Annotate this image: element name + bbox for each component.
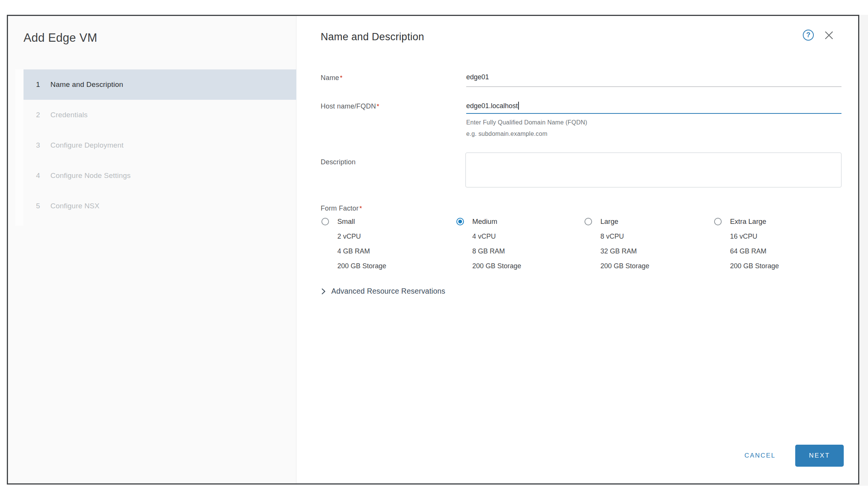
step-label: Configure NSX bbox=[50, 202, 99, 210]
radio-icon-unselected[interactable] bbox=[714, 218, 722, 225]
cancel-button[interactable]: CANCEL bbox=[735, 448, 785, 463]
step-number: 5 bbox=[36, 202, 50, 210]
radio-option-large[interactable]: Large bbox=[584, 216, 713, 227]
page-title: Name and Description bbox=[321, 31, 424, 43]
advanced-resource-reservations-label: Advanced Resource Reservations bbox=[331, 287, 445, 296]
name-input[interactable]: edge01 bbox=[466, 73, 489, 81]
spec-ram: 4 GB RAM bbox=[337, 244, 450, 259]
spec-vcpu: 8 vCPU bbox=[600, 229, 713, 244]
radio-icon-selected[interactable] bbox=[456, 218, 464, 225]
help-icon[interactable]: ? bbox=[803, 30, 814, 41]
radio-icon-unselected[interactable] bbox=[584, 218, 592, 225]
step-name-and-description[interactable]: 1 Name and Description bbox=[24, 69, 296, 100]
radio-icon-unselected[interactable] bbox=[321, 218, 329, 225]
name-label-text: Name bbox=[321, 74, 339, 82]
radio-option-small[interactable]: Small bbox=[321, 216, 450, 227]
hostname-label-text: Host name/FQDN bbox=[321, 102, 376, 110]
page-background: Add Edge VM 1 Name and Description 2 Cre… bbox=[0, 0, 868, 494]
form-factor-label-text: Form Factor bbox=[321, 205, 359, 212]
step-number: 1 bbox=[36, 80, 50, 89]
option-specs: 2 vCPU 4 GB RAM 200 GB Storage bbox=[337, 229, 450, 274]
radio-label: Medium bbox=[472, 217, 497, 226]
form-factor-option-small: Small 2 vCPU 4 GB RAM 200 GB Storage bbox=[321, 216, 450, 274]
spec-storage: 200 GB Storage bbox=[337, 259, 450, 274]
step-number: 2 bbox=[36, 111, 50, 119]
radio-option-medium[interactable]: Medium bbox=[456, 216, 585, 227]
required-asterisk: * bbox=[359, 205, 362, 212]
step-number: 4 bbox=[36, 171, 50, 180]
step-label: Name and Description bbox=[50, 80, 123, 89]
add-edge-vm-dialog: Add Edge VM 1 Name and Description 2 Cre… bbox=[7, 15, 859, 485]
step-number: 3 bbox=[36, 141, 50, 149]
hostname-input[interactable]: edge01.localhost bbox=[466, 102, 519, 110]
spec-storage: 200 GB Storage bbox=[472, 259, 585, 274]
spec-vcpu: 16 vCPU bbox=[730, 229, 843, 244]
option-specs: 8 vCPU 32 GB RAM 200 GB Storage bbox=[600, 229, 713, 274]
required-asterisk: * bbox=[377, 103, 379, 110]
radio-label: Extra Large bbox=[730, 217, 766, 226]
required-asterisk: * bbox=[340, 74, 343, 82]
hostname-label: Host name/FQDN* bbox=[321, 102, 379, 110]
spec-ram: 8 GB RAM bbox=[472, 244, 585, 259]
spec-storage: 200 GB Storage bbox=[730, 259, 843, 274]
name-label: Name* bbox=[321, 74, 343, 82]
form-factor-label: Form Factor* bbox=[321, 205, 362, 212]
step-configure-deployment[interactable]: 3 Configure Deployment bbox=[24, 130, 296, 160]
step-configure-node-settings[interactable]: 4 Configure Node Settings bbox=[24, 160, 296, 191]
description-input[interactable] bbox=[465, 153, 841, 187]
spec-vcpu: 4 vCPU bbox=[472, 229, 585, 244]
background-strip bbox=[859, 15, 868, 486]
next-button[interactable]: NEXT bbox=[795, 445, 844, 467]
hostname-value: edge01.localhost bbox=[466, 102, 518, 110]
option-specs: 16 vCPU 64 GB RAM 200 GB Storage bbox=[730, 229, 843, 274]
radio-option-extra-large[interactable]: Extra Large bbox=[714, 216, 843, 227]
form-factor-option-medium: Medium 4 vCPU 8 GB RAM 200 GB Storage bbox=[456, 216, 585, 274]
step-label: Configure Deployment bbox=[50, 141, 124, 149]
name-input-underline bbox=[466, 87, 841, 87]
steps-scroll-gutter bbox=[15, 69, 24, 226]
option-specs: 4 vCPU 8 GB RAM 200 GB Storage bbox=[472, 229, 585, 274]
hostname-helper-line2: e.g. subdomain.example.com bbox=[466, 131, 547, 137]
form-factor-option-large: Large 8 vCPU 32 GB RAM 200 GB Storage bbox=[584, 216, 713, 274]
advanced-resource-reservations-toggle[interactable]: Advanced Resource Reservations bbox=[320, 287, 445, 296]
close-icon[interactable] bbox=[823, 29, 835, 41]
hostname-helper-line1: Enter Fully Qualified Domain Name (FQDN) bbox=[466, 119, 587, 126]
radio-label: Large bbox=[600, 217, 618, 226]
text-cursor bbox=[518, 102, 519, 110]
hostname-input-underline-focused bbox=[466, 113, 841, 114]
form-factor-option-extra-large: Extra Large 16 vCPU 64 GB RAM 200 GB Sto… bbox=[714, 216, 843, 274]
step-label: Configure Node Settings bbox=[50, 171, 131, 180]
dialog-title: Add Edge VM bbox=[24, 31, 97, 45]
wizard-steps: 1 Name and Description 2 Credentials 3 C… bbox=[24, 69, 296, 221]
description-label: Description bbox=[321, 158, 356, 166]
chevron-right-icon bbox=[320, 288, 327, 295]
step-label: Credentials bbox=[50, 111, 88, 119]
wizard-sidebar: Add Edge VM 1 Name and Description 2 Cre… bbox=[8, 16, 296, 483]
step-credentials[interactable]: 2 Credentials bbox=[24, 100, 296, 130]
spec-ram: 32 GB RAM bbox=[600, 244, 713, 259]
spec-ram: 64 GB RAM bbox=[730, 244, 843, 259]
spec-storage: 200 GB Storage bbox=[600, 259, 713, 274]
spec-vcpu: 2 vCPU bbox=[337, 229, 450, 244]
step-configure-nsx[interactable]: 5 Configure NSX bbox=[24, 191, 296, 221]
radio-label: Small bbox=[337, 217, 355, 226]
